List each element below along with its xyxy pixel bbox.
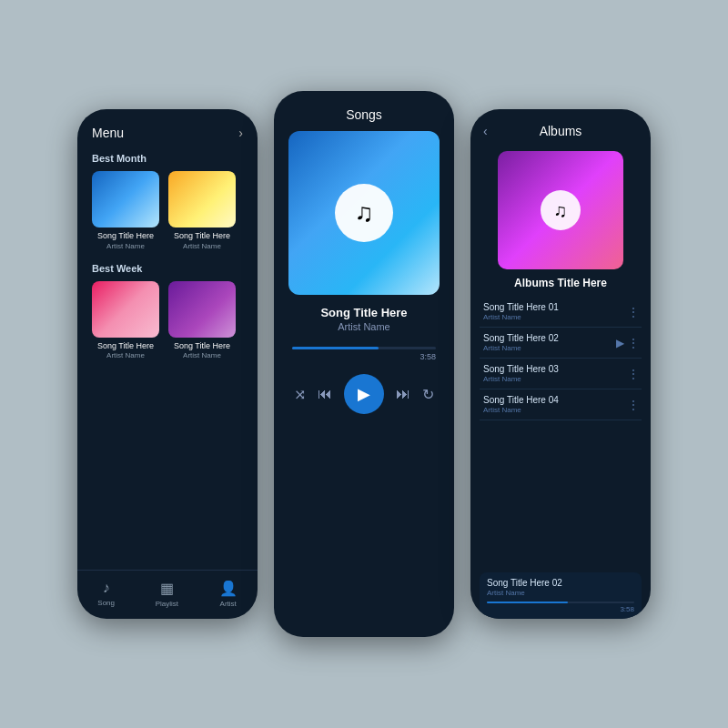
album-music-icon: ♫: [541, 190, 581, 230]
bottom-nav: ♪ Song ▦ Playlist 👤 Artist: [77, 570, 258, 619]
nav-playlist[interactable]: ▦ Playlist: [156, 580, 178, 608]
nav-artist[interactable]: 👤 Artist: [219, 580, 238, 608]
next-button[interactable]: ⏭: [396, 386, 410, 402]
table-row[interactable]: Song Title Here 01 Artist Name ⋮: [480, 297, 642, 328]
album-art: ♫: [288, 131, 440, 295]
more-options-icon[interactable]: ⋮: [628, 306, 638, 318]
track-info: Song Title Here 04 Artist Name: [483, 395, 628, 414]
now-playing-bar[interactable]: Song Title Here 02 Artist Name 3:58: [480, 572, 642, 619]
more-options-icon[interactable]: ⋮: [628, 399, 638, 411]
list-item[interactable]: Song Title Here Artist Name: [168, 281, 236, 360]
albums-title: Albums: [540, 124, 582, 138]
best-month-label: Best Month: [77, 147, 258, 167]
track-artist: Artist Name: [483, 313, 628, 321]
progress-bar[interactable]: 3:58: [274, 336, 454, 361]
track-name: Song Title Here 02: [483, 333, 616, 343]
track-info: Song Title Here 03 Artist Name: [483, 364, 628, 383]
track-artist: Artist Name: [483, 406, 628, 414]
thumbnail: [168, 281, 236, 338]
prev-button[interactable]: ⏮: [318, 386, 332, 402]
nav-artist-label: Artist: [220, 600, 237, 608]
albums-header: ‹ Albums: [470, 109, 651, 146]
menu-title: Menu: [92, 126, 124, 140]
card-title: Song Title Here: [97, 231, 154, 242]
artist-icon: 👤: [219, 580, 238, 597]
card-title: Song Title Here: [97, 341, 154, 352]
card-title: Song Title Here: [174, 341, 230, 352]
thumbnail: [168, 171, 236, 228]
card-artist: Artist Name: [183, 242, 221, 250]
play-icon: ▶: [358, 384, 370, 404]
now-playing-artist: Artist Name: [487, 589, 634, 597]
thumbnail: [92, 281, 159, 338]
phone-menu: Menu › Best Month Song Title Here Artist…: [77, 109, 258, 619]
list-item[interactable]: Song Title Here Artist Name: [92, 171, 159, 250]
list-item[interactable]: Song Title Here Artist Name: [92, 281, 159, 360]
more-options-icon[interactable]: ⋮: [628, 337, 638, 349]
album-cover: ♫: [498, 151, 623, 269]
songs-header: Songs: [274, 91, 454, 131]
track-name: Song Title Here 03: [483, 364, 628, 374]
table-row[interactable]: Song Title Here 02 Artist Name ▶ ⋮: [480, 328, 642, 359]
track-name: Song Title Here 04: [483, 395, 628, 405]
song-info: Song Title Here Artist Name: [274, 295, 454, 336]
phone-albums: ‹ Albums ♫ Albums Title Here Song Title …: [470, 109, 651, 619]
track-info: Song Title Here 02 Artist Name: [483, 333, 616, 352]
artist-name: Artist Name: [274, 321, 454, 332]
play-button[interactable]: ▶: [344, 374, 384, 414]
track-list: Song Title Here 01 Artist Name ⋮ Song Ti…: [470, 297, 651, 567]
nav-song-label: Song: [97, 599, 115, 607]
shuffle-button[interactable]: ⤨: [294, 386, 306, 403]
album-title: Albums Title Here: [470, 277, 651, 289]
song-title: Song Title Here: [274, 306, 454, 319]
now-playing-progress: [487, 602, 634, 603]
track-name: Song Title Here 01: [483, 302, 628, 312]
card-artist: Artist Name: [183, 351, 221, 359]
menu-header: Menu ›: [77, 109, 258, 147]
track-artist: Artist Name: [483, 375, 628, 383]
card-artist: Artist Name: [106, 351, 145, 359]
card-title: Song Title Here: [174, 231, 230, 242]
now-playing-time: 3:58: [487, 605, 634, 613]
back-button[interactable]: ‹: [483, 124, 488, 138]
card-artist: Artist Name: [106, 242, 145, 250]
table-row[interactable]: Song Title Here 03 Artist Name ⋮: [480, 359, 642, 389]
thumbnail: [92, 171, 159, 228]
progress-fill: [292, 347, 379, 349]
song-icon: ♪: [103, 580, 110, 596]
table-row[interactable]: Song Title Here 04 Artist Name ⋮: [480, 389, 642, 420]
playlist-icon: ▦: [160, 580, 174, 597]
repeat-button[interactable]: ↻: [422, 386, 434, 403]
player-controls: ⤨ ⏮ ▶ ⏭ ↻: [274, 361, 454, 430]
track-play-icon[interactable]: ▶: [616, 337, 624, 349]
best-month-grid: Song Title Here Artist Name Song Title H…: [77, 167, 258, 258]
time-display: 3:58: [292, 352, 436, 361]
nav-song[interactable]: ♪ Song: [97, 580, 115, 608]
now-playing-fill: [487, 602, 568, 603]
music-note-icon: ♫: [335, 184, 393, 242]
more-options-icon[interactable]: ⋮: [628, 368, 638, 380]
list-item[interactable]: Song Title Here Artist Name: [168, 171, 236, 250]
best-week-grid: Song Title Here Artist Name Song Title H…: [77, 278, 258, 368]
phone-player: Songs ♫ Song Title Here Artist Name 3:58…: [274, 91, 454, 637]
progress-track: [292, 347, 436, 349]
menu-chevron-icon[interactable]: ›: [238, 126, 243, 140]
nav-playlist-label: Playlist: [156, 600, 178, 608]
now-playing-title: Song Title Here 02: [487, 578, 634, 588]
best-week-label: Best Week: [77, 258, 258, 278]
track-info: Song Title Here 01 Artist Name: [483, 302, 628, 321]
track-artist: Artist Name: [483, 344, 616, 352]
